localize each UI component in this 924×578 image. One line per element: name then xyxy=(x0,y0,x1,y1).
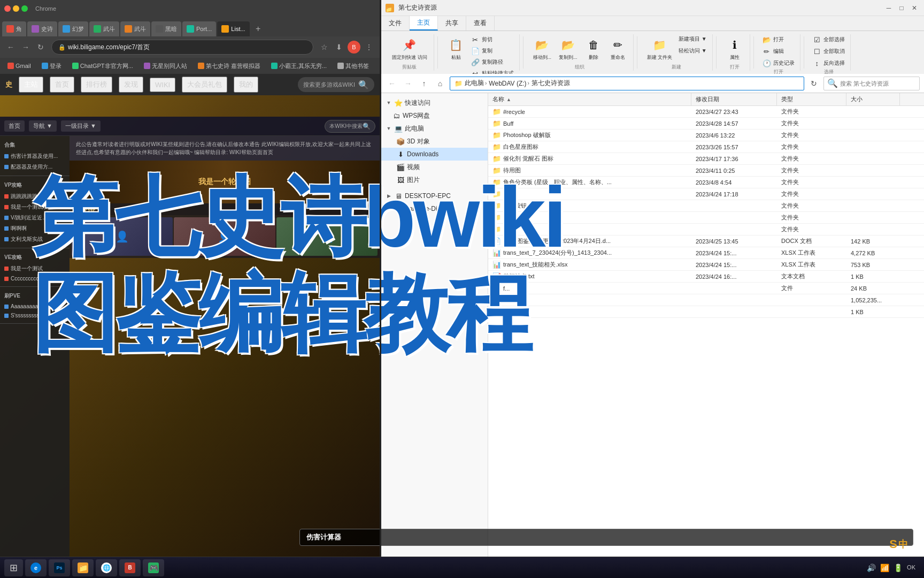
sidebar-item-vp3[interactable]: V/跳到近近近... xyxy=(0,212,70,223)
explorer-maximize-btn[interactable]: □ xyxy=(896,3,907,13)
wiki-home-btn[interactable]: 首页 xyxy=(4,120,25,132)
copy-btn[interactable]: 📄 复制 xyxy=(469,45,516,56)
new-tab-button[interactable]: + xyxy=(251,21,266,36)
search-input[interactable] xyxy=(840,80,916,87)
file-row[interactable]: 📄 EG-4 ... 1,052,235... xyxy=(488,294,924,306)
file-row[interactable]: 📁 角色分类板 (星级、职业、属性、名称、... 2023/4/8 4:54 文… xyxy=(488,177,924,188)
taskbar-photoshop-btn[interactable]: Ps xyxy=(49,559,70,576)
select-none-btn[interactable]: ☐ 全部取消 xyxy=(811,46,847,57)
wiki-carousel[interactable]: 我是一个轮播图 xyxy=(70,161,380,203)
nav-item-baidrive[interactable]: ▶ ☁ BaiDrive-Dimtu... xyxy=(381,202,488,215)
wiki-nav-discover[interactable]: 发现 xyxy=(119,77,143,93)
path-segment-pc[interactable]: 此电脑 › xyxy=(465,79,487,88)
explorer-minimize-btn[interactable]: ─ xyxy=(883,3,894,13)
tray-icon-1[interactable]: 🔊 xyxy=(867,564,876,572)
file-row[interactable]: 📁 待用图 2023/4/11 0:25 文件夹 xyxy=(488,165,924,177)
history-btn[interactable]: 🕐 历史记录 xyxy=(760,58,797,69)
bookmark-button[interactable]: ☆ xyxy=(318,41,330,54)
bookmark-2[interactable]: 登录 xyxy=(37,60,66,72)
file-row[interactable]: 📁 栏目按钮 文件夹 xyxy=(488,200,924,212)
sidebar-item-vp1[interactable]: 跳跳跳跳跳跳7... xyxy=(0,191,70,202)
sidebar-item-vp4[interactable]: 啊啊啊 xyxy=(0,223,70,234)
delete-btn[interactable]: 🗑 删除 xyxy=(582,34,605,63)
file-row[interactable]: 📁 白色星座图标 2023/3/26 15:57 文件夹 xyxy=(488,141,924,153)
col-header-type[interactable]: 类型 xyxy=(777,93,846,105)
bookmark-no-star[interactable]: 无星别同人站 xyxy=(140,60,191,72)
file-row[interactable]: 📁 Buff 2023/4/28 14:57 文件夹 xyxy=(488,118,924,130)
wiki-nav-home[interactable]: 首页 xyxy=(50,77,74,93)
nav-item-thispc[interactable]: ▼ 💻 此电脑 xyxy=(381,122,488,135)
wiki-nav-vip[interactable]: 大会员礼包 xyxy=(182,77,227,93)
refresh-path-btn[interactable]: ↻ xyxy=(807,77,820,90)
file-row[interactable]: 📄 (last item) 1 KB xyxy=(488,306,924,318)
sidebar-item-ve1[interactable]: 我是一个测试 xyxy=(0,263,70,274)
taskbar-game2-btn[interactable]: 🎮 xyxy=(143,559,164,576)
browser-tab-3[interactable]: 幻梦 xyxy=(58,21,88,36)
browser-tab-6[interactable]: 黑暗 xyxy=(151,21,181,36)
new-item-btn[interactable]: 新建项目 ▼ xyxy=(676,34,709,44)
col-header-size[interactable]: 大小 xyxy=(846,93,900,105)
browser-tab-2[interactable]: 史诗 xyxy=(27,21,57,36)
file-row[interactable]: 📁 刻印 2023/4/24 17:18 文件夹 xyxy=(488,188,924,200)
explorer-up-btn[interactable]: ↑ xyxy=(418,77,430,90)
system-clock[interactable]: OK xyxy=(907,564,915,571)
browser-tab-4[interactable]: 武斗 xyxy=(89,21,119,36)
browser-tab-8[interactable]: List... xyxy=(217,21,249,36)
rename-btn[interactable]: ✏ 重命名 xyxy=(606,34,630,63)
ribbon-tab-file[interactable]: 文件 xyxy=(381,16,410,31)
path-segment-webdav[interactable]: WebDAV (Z:) › xyxy=(489,80,529,87)
new-folder-btn[interactable]: 📁 新建 文件夹 xyxy=(644,34,676,63)
file-row[interactable]: 📁 催化剂 觉醒石 图标 2023/4/17 17:36 文件夹 xyxy=(488,153,924,165)
bookmark-xiaoba[interactable]: 小霸王,其乐无穷... xyxy=(267,60,331,72)
minimize-window-btn[interactable] xyxy=(13,5,19,12)
wiki-dir-btn[interactable]: 一级目录 ▼ xyxy=(61,120,101,132)
sidebar-item-pve1[interactable]: Aaaaaaaaaaaaa... xyxy=(0,302,70,311)
tray-icon-3[interactable]: 🔋 xyxy=(894,564,903,572)
account-avatar[interactable]: B xyxy=(348,41,360,54)
sidebar-item-calc[interactable]: 伤害计算器及使用... xyxy=(0,151,70,162)
file-row[interactable]: 📁 神器 文件夹 xyxy=(488,212,924,224)
download-button[interactable]: ⬇ xyxy=(333,41,345,54)
col-header-date[interactable]: 修改日期 xyxy=(691,93,777,105)
wiki-search-box[interactable]: 本WIKI中搜索 🔍 xyxy=(325,120,375,133)
refresh-button[interactable]: ↻ xyxy=(34,41,47,54)
start-button[interactable]: ⊞ xyxy=(4,559,23,576)
wiki-nav-rank[interactable]: 排行榜 xyxy=(81,77,112,93)
browser-tab-5[interactable]: 武斗 xyxy=(120,21,150,36)
file-row[interactable]: 📁 Photoshop 破解版 2023/4/6 13:22 文件夹 xyxy=(488,130,924,141)
select-all-btn[interactable]: ☑ 全部选择 xyxy=(811,34,847,45)
wiki-nav-wiki[interactable]: WIKI xyxy=(150,78,175,92)
sidebar-item-ve2[interactable]: Ccccccccccccc xyxy=(0,274,70,283)
top-search-box[interactable]: 搜索更多游戏&WIKI 🔍 xyxy=(298,77,374,92)
ribbon-tab-share[interactable]: 共享 xyxy=(438,16,466,31)
nav-item-videos[interactable]: 🎬 视频 xyxy=(381,161,488,173)
explorer-close-btn[interactable]: ✕ xyxy=(909,3,920,13)
nav-item-3d[interactable]: 📦 3D 对象 xyxy=(381,135,488,148)
tray-icon-2[interactable]: 📶 xyxy=(880,564,889,572)
wiki-nav-mine[interactable]: 我的 xyxy=(234,77,258,93)
taskbar-game1-btn[interactable]: B xyxy=(119,559,141,576)
file-row[interactable]: 📊 trans_text_7_230424(分号)_1413_2304... 2… xyxy=(488,247,924,259)
menu-button[interactable]: ⋮ xyxy=(363,41,375,54)
taskbar-chrome-btn[interactable]: 🌐 xyxy=(96,559,117,576)
back-button[interactable]: ← xyxy=(4,41,17,54)
nav-item-pictures[interactable]: 🖼 图片 xyxy=(381,173,488,186)
close-window-btn[interactable] xyxy=(4,5,11,12)
open-btn[interactable]: 📂 打开 xyxy=(760,34,797,45)
nav-item-wps[interactable]: 🗂 WPS网盘 xyxy=(381,109,488,122)
maximize-window-btn[interactable] xyxy=(21,5,28,12)
taskbar-explorer-btn[interactable]: 📁 xyxy=(72,559,94,576)
sidebar-item-vp2[interactable]: 我是一个测试攻略 xyxy=(0,202,70,212)
path-segment-folder[interactable]: 第七史诗资源 xyxy=(532,79,570,88)
properties-btn[interactable]: ℹ 属性 xyxy=(723,34,746,63)
easy-access-btn[interactable]: 轻松访问 ▼ xyxy=(676,46,709,56)
copy-path-btn[interactable]: 🔗 复制路径 xyxy=(469,57,516,67)
file-row[interactable]: 📄 epic7图鉴上传-更新至2023年4月24日.d... 2023/4/25… xyxy=(488,235,924,247)
edit-btn[interactable]: ✏ 编辑 xyxy=(760,46,797,57)
taskbar-edge-btn[interactable]: e xyxy=(25,559,47,576)
cut-btn[interactable]: ✂ 剪切 xyxy=(469,34,516,45)
explorer-recent-btn[interactable]: ⌂ xyxy=(434,77,446,90)
browser-tab-7[interactable]: Port... xyxy=(182,21,216,36)
ribbon-tab-view[interactable]: 查看 xyxy=(466,16,495,31)
ribbon-tab-home[interactable]: 主页 xyxy=(410,16,438,31)
